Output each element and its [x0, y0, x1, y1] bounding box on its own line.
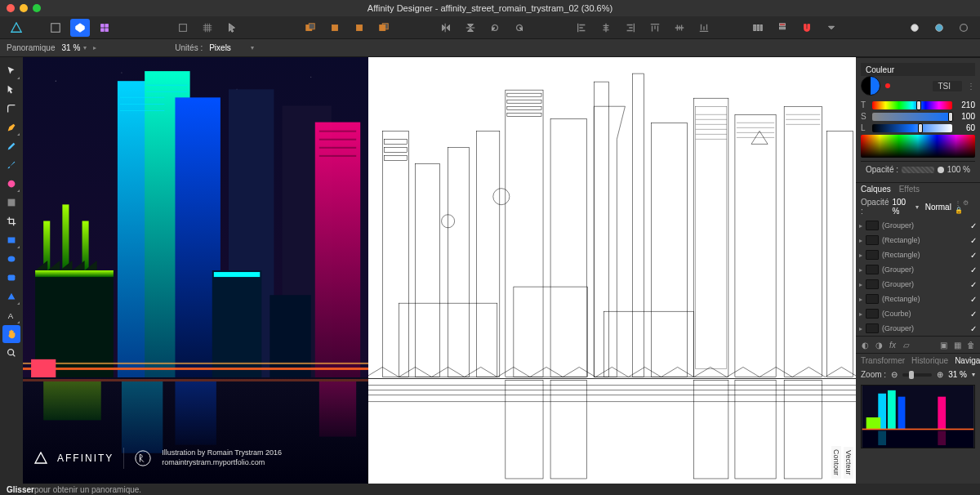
- shape-rounded-icon[interactable]: [2, 269, 20, 287]
- view-mode-1-icon[interactable]: [905, 19, 924, 37]
- text-tool-icon[interactable]: A: [2, 306, 20, 324]
- disclosure-icon[interactable]: ▸: [859, 325, 862, 332]
- opacity-slider[interactable]: [902, 167, 934, 173]
- visibility-check-icon[interactable]: ✓: [970, 251, 977, 260]
- layer-row[interactable]: ▸(Courbe)✓: [856, 306, 980, 321]
- visibility-check-icon[interactable]: ✓: [970, 324, 977, 333]
- distribute-h-icon[interactable]: [748, 19, 768, 37]
- wireframe-tab-outline[interactable]: Contour: [831, 446, 841, 479]
- layer-crop-icon[interactable]: ▱: [901, 339, 912, 350]
- disclosure-icon[interactable]: ▸: [859, 237, 862, 244]
- visibility-check-icon[interactable]: ✓: [970, 280, 977, 289]
- layer-folder-icon[interactable]: ▣: [938, 339, 949, 350]
- zoom-slider[interactable]: [902, 373, 932, 377]
- rotate-cw-icon[interactable]: [510, 19, 529, 37]
- layer-mask-icon[interactable]: ◐: [859, 339, 871, 350]
- dropdown-icon[interactable]: [822, 19, 841, 37]
- units-field[interactable]: Pixels▾: [209, 43, 254, 52]
- disclosure-icon[interactable]: ▸: [859, 310, 862, 318]
- tab-transform[interactable]: Transformer: [861, 356, 905, 365]
- arrange-forward-icon[interactable]: [350, 19, 369, 37]
- colour-swatch[interactable]: [861, 76, 880, 96]
- persona-draw-icon[interactable]: [46, 19, 65, 37]
- pointer-icon[interactable]: [222, 19, 242, 37]
- view-mode-3-icon[interactable]: [954, 19, 973, 37]
- zoom-field[interactable]: 31 %▾: [61, 43, 87, 52]
- layer-fx-icon[interactable]: fx: [887, 339, 898, 350]
- pan-tool-icon[interactable]: [2, 325, 20, 343]
- tab-effects[interactable]: Effets: [899, 185, 920, 194]
- align-left-icon[interactable]: [572, 19, 591, 37]
- tab-navigator[interactable]: Navigateur: [955, 356, 980, 365]
- align-bottom-icon[interactable]: [694, 19, 714, 37]
- visibility-check-icon[interactable]: ✓: [970, 295, 977, 304]
- saturation-slider[interactable]: [872, 113, 952, 121]
- layer-row[interactable]: ▸(Grouper)✓: [856, 262, 980, 277]
- align-middle-icon[interactable]: [670, 19, 689, 37]
- flip-h-icon[interactable]: [436, 19, 456, 37]
- layer-delete-icon[interactable]: 🗑: [965, 339, 977, 350]
- disclosure-icon[interactable]: ▸: [859, 266, 862, 274]
- disclosure-icon[interactable]: ▸: [859, 281, 862, 288]
- layer-row[interactable]: ▸(Rectangle)✓: [856, 247, 980, 262]
- align-right-icon[interactable]: [621, 19, 640, 37]
- layer-row[interactable]: ▸(Rectangle)✓: [856, 292, 980, 306]
- disclosure-icon[interactable]: ▸: [859, 222, 862, 230]
- zoom-in-icon[interactable]: ⊕: [937, 370, 943, 379]
- visibility-check-icon[interactable]: ✓: [970, 265, 977, 274]
- shape-triangle-icon[interactable]: [2, 288, 20, 305]
- align-center-icon[interactable]: [596, 19, 616, 37]
- visibility-check-icon[interactable]: ✓: [970, 310, 977, 319]
- zoom-stepper[interactable]: ▸: [93, 44, 96, 51]
- pen-tool-icon[interactable]: [2, 118, 20, 136]
- layer-row[interactable]: ▸(Rectangle)✓: [856, 233, 980, 247]
- view-mode-2-icon[interactable]: [929, 19, 949, 37]
- flip-v-icon[interactable]: [461, 19, 480, 37]
- align-top-icon[interactable]: [645, 19, 665, 37]
- layer-add-icon[interactable]: ▦: [951, 339, 963, 350]
- tab-history[interactable]: Historique: [911, 356, 948, 365]
- corner-tool-icon[interactable]: [2, 100, 20, 118]
- fill-tool-icon[interactable]: [2, 175, 20, 193]
- layer-adjust-icon[interactable]: ◑: [873, 339, 884, 350]
- arrange-front-icon[interactable]: [374, 19, 394, 37]
- zoom-tool-icon[interactable]: [2, 344, 20, 362]
- transparency-tool-icon[interactable]: [2, 194, 20, 212]
- arrange-backward-icon[interactable]: [325, 19, 345, 37]
- snap-icon[interactable]: [173, 19, 193, 37]
- pencil-tool-icon[interactable]: [2, 137, 20, 155]
- navigator-preview[interactable]: [861, 385, 975, 448]
- lightness-slider[interactable]: [872, 124, 952, 132]
- arrange-back-icon[interactable]: [301, 19, 320, 37]
- disclosure-icon[interactable]: ▸: [859, 296, 862, 303]
- hue-slider[interactable]: [872, 101, 952, 109]
- opacity-value[interactable]: 100 %: [947, 165, 970, 174]
- app-logo-icon[interactable]: [7, 19, 26, 37]
- canvas-area[interactable]: AFFINITY Illustration by Romain Trystram…: [23, 57, 856, 484]
- layer-row[interactable]: ▸(Grouper)✓: [856, 277, 980, 292]
- disclosure-icon[interactable]: ▸: [859, 252, 862, 259]
- move-tool-icon[interactable]: [2, 62, 20, 80]
- secondary-swatch[interactable]: [885, 83, 890, 88]
- shape-ellipse-icon[interactable]: [2, 250, 20, 268]
- brush-tool-icon[interactable]: [2, 156, 20, 174]
- visibility-check-icon[interactable]: ✓: [970, 236, 977, 245]
- shape-rect-icon[interactable]: [2, 231, 20, 249]
- colour-panel-title[interactable]: Couleur: [866, 65, 894, 74]
- layer-opacity-value[interactable]: 100 %: [892, 198, 911, 216]
- colour-spectrum[interactable]: [861, 135, 975, 158]
- node-tool-icon[interactable]: [2, 81, 20, 99]
- blend-mode-dropdown[interactable]: Normal: [925, 203, 951, 212]
- persona-pixel-icon[interactable]: [70, 19, 90, 37]
- grid-icon[interactable]: [198, 19, 217, 37]
- zoom-out-icon[interactable]: ⊖: [891, 370, 898, 379]
- layer-row[interactable]: ▸(Grouper)✓: [856, 321, 980, 336]
- visibility-check-icon[interactable]: ✓: [970, 221, 977, 230]
- rotate-ccw-icon[interactable]: [485, 19, 505, 37]
- zoom-value[interactable]: 31 %: [948, 370, 967, 379]
- magnet-icon[interactable]: [797, 19, 817, 37]
- distribute-v-icon[interactable]: [773, 19, 792, 37]
- colour-mode-dropdown[interactable]: TSI: [933, 81, 962, 91]
- tab-layers[interactable]: Calques: [861, 185, 891, 194]
- persona-export-icon[interactable]: [95, 19, 114, 37]
